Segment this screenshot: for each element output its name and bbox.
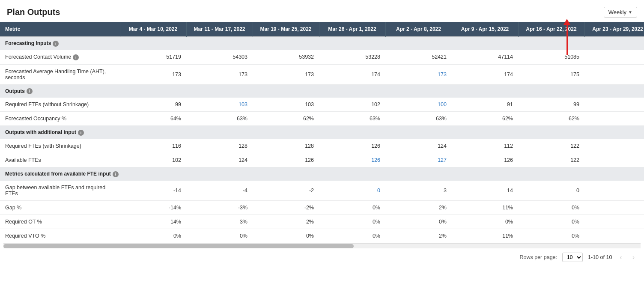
data-cell: 173: [120, 64, 186, 84]
data-cell: 63%: [319, 112, 385, 126]
data-cell: 100: [385, 98, 452, 112]
footer-row: Rows per page: 5 10 25 50 1-10 of 10 ‹ ›: [0, 248, 644, 266]
data-cell: 62%: [452, 112, 518, 126]
scrollbar-thumb[interactable]: [3, 244, 354, 248]
data-cell: 63%: [385, 112, 452, 126]
section-header-row: Outputsi: [0, 84, 644, 98]
info-icon[interactable]: i: [78, 130, 84, 136]
data-cell: [584, 201, 644, 215]
data-cell: 0%: [319, 201, 385, 215]
pagination-info: 1-10 of 10: [588, 254, 612, 260]
data-cell: 0%: [120, 229, 186, 243]
data-cell: 112: [452, 139, 518, 153]
header-row: Plan Outputs Weekly ▼: [0, 4, 644, 22]
col-header-apr9: Apr 9 - Apr 15, 2022: [452, 22, 518, 37]
data-cell: 127: [385, 153, 452, 167]
data-cell: 173: [253, 64, 319, 84]
prev-page-button[interactable]: ‹: [617, 253, 624, 262]
data-cell: 173: [385, 64, 452, 84]
horizontal-scrollbar[interactable]: [3, 243, 641, 248]
metric-cell: Required VTO %: [0, 229, 120, 243]
page-title: Plan Outputs: [7, 7, 60, 17]
table-row: Gap %-14%-3%-2%0%2%11%0%3%: [0, 201, 644, 215]
table-row: Forecasted Contact Volumei51719543035393…: [0, 50, 644, 64]
data-cell: [584, 112, 644, 126]
data-cell: 3%: [186, 215, 253, 229]
col-header-mar11: Mar 11 - Mar 17, 2022: [186, 22, 253, 37]
data-cell: [584, 64, 644, 84]
section-header-row: Forecasting Inputsi: [0, 37, 644, 50]
data-cell: -14: [120, 181, 186, 201]
data-cell: 0%: [518, 215, 584, 229]
data-cell: [584, 229, 644, 243]
col-header-apr23: Apr 23 - Apr 29, 2022: [584, 22, 644, 37]
col-header-apr16: Apr 16 - Apr 22, 2022: [518, 22, 584, 37]
table-row: Forecasted Occupancy %64%63%62%63%63%62%…: [0, 112, 644, 126]
info-icon[interactable]: i: [113, 171, 119, 177]
data-cell: 173: [186, 64, 253, 84]
data-cell: [584, 153, 644, 167]
period-selector[interactable]: Weekly ▼: [604, 7, 637, 18]
data-cell: 11%: [452, 229, 518, 243]
page-container: Plan Outputs Weekly ▼ Metric Mar 4 - Mar…: [0, 0, 644, 292]
data-cell: -4: [186, 181, 253, 201]
table-row: Forecasted Average Handling Time (AHT), …: [0, 64, 644, 84]
data-cell: 62%: [253, 112, 319, 126]
table-wrapper: Metric Mar 4 - Mar 10, 2022 Mar 11 - Mar…: [0, 22, 644, 243]
data-cell: 102: [319, 98, 385, 112]
data-cell: 47114: [452, 50, 518, 64]
metric-cell: Forecasted Average Handling Time (AHT), …: [0, 64, 120, 84]
data-cell: 62%: [518, 112, 584, 126]
section-header-row: Metrics calculated from available FTE in…: [0, 167, 644, 181]
data-cell: 0%: [518, 201, 584, 215]
data-cell: 2%: [385, 201, 452, 215]
data-cell: 63%: [186, 112, 253, 126]
data-cell: 126: [319, 153, 385, 167]
table-row: Required VTO %0%0%0%0%2%11%0%3%: [0, 229, 644, 243]
rows-per-page-select[interactable]: 5 10 25 50: [562, 253, 583, 262]
info-icon[interactable]: i: [27, 88, 33, 94]
data-cell: 99: [518, 98, 584, 112]
metric-cell: Required FTEs (without Shrinkage): [0, 98, 120, 112]
period-label: Weekly: [608, 9, 626, 15]
next-page-button[interactable]: ›: [630, 253, 637, 262]
info-icon[interactable]: i: [53, 41, 59, 47]
data-cell: 64%: [120, 112, 186, 126]
data-cell: 103: [253, 98, 319, 112]
metric-cell: Forecasted Occupancy %: [0, 112, 120, 126]
table-row: Required FTEs (with Shrinkage)1161281281…: [0, 139, 644, 153]
section-label: Forecasting Inputsi: [0, 37, 644, 50]
section-label: Outputsi: [0, 84, 644, 98]
data-cell: 99: [120, 98, 186, 112]
section-label: Metrics calculated from available FTE in…: [0, 167, 644, 181]
data-cell: -3%: [186, 201, 253, 215]
data-cell: [584, 98, 644, 112]
data-cell: 0%: [385, 215, 452, 229]
data-cell: 14%: [120, 215, 186, 229]
data-cell: 128: [186, 139, 253, 153]
data-cell: 0: [319, 181, 385, 201]
col-header-mar4: Mar 4 - Mar 10, 2022: [120, 22, 186, 37]
col-header-metric: Metric: [0, 22, 120, 37]
table-row: Gap between available FTEs and required …: [0, 181, 644, 201]
metric-cell: Forecasted Contact Volumei: [0, 50, 120, 64]
col-header-mar26: Mar 26 - Apr 1, 2022: [319, 22, 385, 37]
data-cell: 2%: [385, 229, 452, 243]
data-cell: 14: [452, 181, 518, 201]
data-cell: [584, 50, 644, 64]
rows-per-page-label: Rows per page:: [519, 254, 557, 260]
table-row: Required OT %14%3%2%0%0%0%0%0%: [0, 215, 644, 229]
data-cell: 126: [452, 153, 518, 167]
data-cell: [584, 139, 644, 153]
data-cell: 3: [385, 181, 452, 201]
data-cell: 122: [518, 139, 584, 153]
section-header-row: Outputs with additional inputi: [0, 126, 644, 139]
data-cell: [584, 215, 644, 229]
data-cell: 103: [186, 98, 253, 112]
info-icon[interactable]: i: [73, 54, 79, 60]
metric-cell: Gap between available FTEs and required …: [0, 181, 120, 201]
data-cell: 174: [319, 64, 385, 84]
data-cell: 51085: [518, 50, 584, 64]
data-cell: 0%: [319, 229, 385, 243]
metric-cell: Required FTEs (with Shrinkage): [0, 139, 120, 153]
